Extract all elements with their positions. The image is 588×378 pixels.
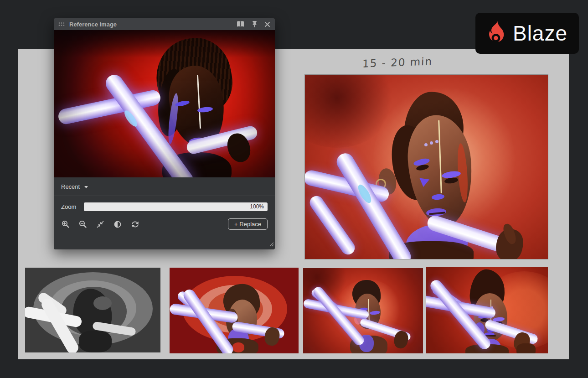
panel-title: Reference Image: [69, 21, 230, 28]
zoom-in-button[interactable]: [61, 220, 70, 229]
cycle-button[interactable]: [130, 220, 140, 229]
hair-highlight: [93, 296, 112, 310]
color-study-painting: [303, 268, 423, 353]
time-annotation: 15 - 20 min: [362, 55, 433, 69]
neck-silhouette: [79, 331, 112, 352]
replace-button[interactable]: + Replace: [228, 218, 268, 230]
reference-photo[interactable]: [54, 30, 275, 177]
forehead-dot: [435, 140, 438, 143]
chevron-down-icon: [84, 186, 88, 188]
zoom-row: Zoom 100%: [54, 196, 275, 211]
zoom-out-button[interactable]: [78, 220, 88, 229]
book-icon[interactable]: [236, 21, 245, 28]
panel-controls: Recent Zoom 100%: [54, 177, 275, 249]
main-study-painting: [304, 74, 548, 259]
photo-vignette: [54, 30, 275, 177]
blaze-logo-text: Blaze: [513, 21, 567, 46]
chest-red-patch: [232, 342, 244, 352]
toolbar: + Replace: [54, 211, 275, 230]
close-icon[interactable]: [264, 21, 270, 27]
blaze-logo-badge: Blaze: [475, 13, 579, 54]
source-dropdown[interactable]: Recent: [54, 177, 275, 196]
collapse-button[interactable]: [96, 220, 105, 229]
forehead-dot: [424, 143, 428, 146]
refined-study-painting: [426, 267, 548, 353]
arm-shape: [516, 343, 536, 353]
pin-icon[interactable]: [251, 21, 258, 28]
zoom-slider[interactable]: 100%: [84, 202, 268, 211]
zoom-label: Zoom: [61, 203, 84, 210]
zoom-value: 100%: [250, 202, 264, 211]
drag-handle-icon[interactable]: [58, 22, 65, 26]
flame-icon: [487, 21, 506, 46]
resize-handle[interactable]: [269, 240, 274, 249]
color-blocking-painting: [170, 268, 299, 353]
forehead-dot: [430, 141, 433, 145]
reference-image-panel: Reference Image: [54, 18, 275, 249]
cheek-arrow-mark: [418, 178, 429, 188]
panel-header[interactable]: Reference Image: [54, 18, 275, 30]
value-study-painting: [25, 268, 160, 352]
app-root: 15 - 20 min: [0, 0, 588, 378]
source-dropdown-value: Recent: [61, 183, 80, 190]
contrast-icon-button[interactable]: [113, 220, 122, 229]
